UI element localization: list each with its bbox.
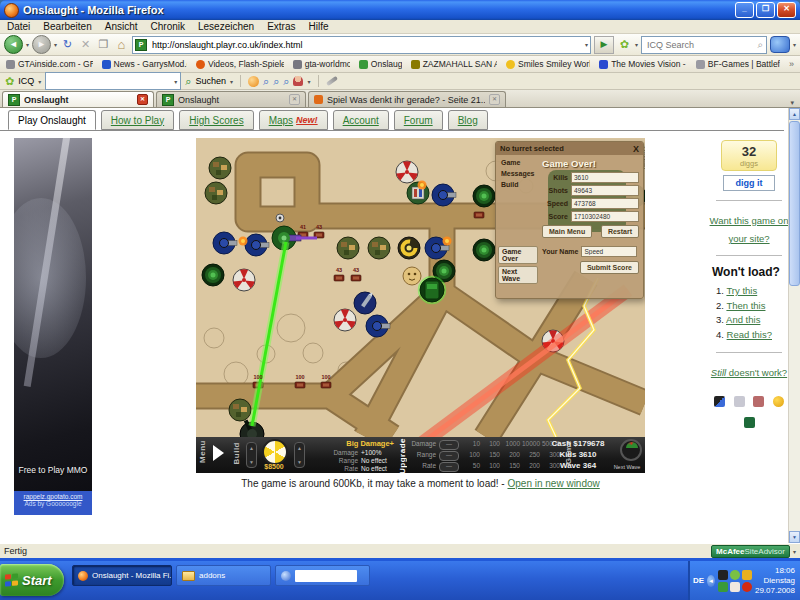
bookmark-item[interactable]: News - GarrysMod.com — [102, 59, 187, 69]
zoom-reset-icon[interactable]: ⌕ — [273, 75, 279, 88]
siteadvisor-caret-icon[interactable]: ▾ — [793, 548, 796, 555]
taskbar-task-firefox[interactable]: Onslaught - Mozilla Fi... — [72, 565, 172, 586]
menu-bearbeiten[interactable]: Bearbeiten — [43, 21, 91, 32]
menu-lesezeichen[interactable]: Lesezeichen — [198, 21, 254, 32]
game-over-side-button[interactable]: Game Over — [498, 246, 538, 264]
bookmark-item[interactable]: Videos, Flash-Spiele u... — [196, 59, 284, 69]
bookmark-item[interactable]: The Movies Vision - Di... — [599, 59, 687, 69]
menu-hilfe[interactable]: Hilfe — [309, 21, 329, 32]
close-button[interactable]: ✕ — [777, 2, 796, 18]
hide-icons-chevron[interactable]: ◄ — [707, 575, 715, 587]
profile-caret-icon[interactable]: ▾ — [307, 78, 310, 85]
hud-menu-label[interactable]: Menu — [198, 440, 207, 463]
minimize-button[interactable]: _ — [735, 2, 754, 18]
restart-button[interactable]: Restart — [601, 225, 639, 238]
reddit-icon[interactable] — [753, 396, 764, 407]
icq-toolbar-search-input[interactable] — [49, 75, 174, 87]
rate-upgrade-button[interactable]: — — [439, 462, 459, 472]
tray-icon-2[interactable] — [742, 570, 752, 580]
damage-upgrade-button[interactable]: — — [439, 440, 459, 450]
main-menu-button[interactable]: Main Menu — [542, 225, 592, 238]
delicious-icon[interactable] — [714, 396, 725, 407]
icq-search-input[interactable] — [645, 39, 757, 51]
stumbleupon-icon[interactable] — [734, 396, 745, 407]
url-input[interactable] — [150, 38, 582, 52]
avast-tray-icon[interactable] — [742, 582, 752, 592]
want-game-link[interactable]: Want this game on your site? — [710, 215, 789, 244]
page-scrollbar[interactable]: ▲ ▼ — [788, 108, 800, 543]
digg-it-button[interactable]: digg it — [723, 175, 775, 191]
scroll-down-icon[interactable]: ▼ — [789, 531, 800, 543]
start-button[interactable]: Start — [0, 564, 64, 596]
go-button[interactable]: ▶ — [594, 36, 614, 54]
site-tab-play[interactable]: Play Onslaught — [8, 110, 96, 130]
taskbar-clock[interactable]: 18:06 Dienstag 29.07.2008 — [755, 566, 797, 596]
scroll-up-icon[interactable]: ▲ — [789, 108, 800, 120]
tab-close-icon[interactable]: ✕ — [489, 94, 500, 105]
addon-dropdown-icon[interactable]: ▾ — [793, 41, 796, 48]
next-wave-side-button[interactable]: Next Wave — [498, 266, 538, 284]
tray-icon-1[interactable] — [718, 570, 728, 580]
maximize-button[interactable]: ❒ — [756, 2, 775, 18]
icq-menu-caret-icon[interactable]: ▾ — [38, 78, 41, 85]
coin-icon[interactable] — [773, 396, 784, 407]
menu-datei[interactable]: Datei — [7, 21, 30, 32]
menu-chronik[interactable]: Chronik — [151, 21, 185, 32]
read-this-link[interactable]: Read this? — [727, 329, 772, 340]
ad-link[interactable]: rappelz.gpotato.com — [14, 493, 92, 500]
icq-ball-icon[interactable] — [248, 76, 259, 87]
bookmarks-overflow-chevron[interactable]: » — [789, 59, 794, 69]
language-indicator[interactable]: DE — [693, 576, 704, 585]
bookmark-item[interactable]: Smiles Smiley World-... — [506, 59, 590, 69]
site-tab-blog[interactable]: Blog — [448, 110, 488, 130]
site-tab-maps[interactable]: MapsNew! — [259, 110, 328, 130]
try-this-link[interactable]: Try this — [726, 285, 757, 296]
range-upgrade-button[interactable]: — — [439, 451, 459, 461]
digg-widget[interactable]: 32 diggs — [721, 140, 777, 171]
browser-addon-icon[interactable] — [770, 36, 790, 53]
and-this-link[interactable]: And this — [726, 314, 760, 325]
edit-pen-icon[interactable] — [325, 76, 337, 86]
icq-tray-icon[interactable] — [730, 570, 740, 580]
icq-flower-icon[interactable]: ✿ — [5, 75, 14, 88]
treehugger-icon[interactable] — [744, 417, 755, 428]
mcafee-siteadvisor-badge[interactable]: McAfeeSiteAdvisor — [711, 545, 790, 558]
panel-close-icon[interactable]: X — [633, 144, 639, 154]
taskbar-task-censored[interactable] — [275, 565, 370, 586]
your-name-input[interactable] — [581, 246, 637, 257]
new-tab-icon[interactable]: ❐ — [96, 38, 111, 51]
site-tab-account[interactable]: Account — [333, 110, 389, 130]
tab-close-icon[interactable]: ✕ — [137, 94, 148, 105]
browser-tab-onslaught[interactable]: P Onslaught ✕ — [156, 91, 306, 107]
selected-turret-icon[interactable] — [262, 439, 288, 465]
bookmark-item[interactable]: gta-worldmods — [293, 59, 350, 69]
open-new-window-link[interactable]: Open in new window — [507, 478, 599, 489]
panel-menu-game[interactable]: Game — [496, 157, 540, 168]
panel-menu-messages[interactable]: Messages — [496, 168, 540, 179]
url-dropdown-icon[interactable]: ▾ — [585, 41, 588, 48]
upgrade-select-stepper[interactable]: ▲▼ — [294, 442, 305, 468]
browser-tab-onslaught-active[interactable]: P Onslaught ✕ — [2, 91, 154, 107]
site-tab-forum[interactable]: Forum — [394, 110, 443, 130]
menu-ansicht[interactable]: Ansicht — [105, 21, 138, 32]
menu-extras[interactable]: Extras — [267, 21, 295, 32]
bookmark-item[interactable]: GTAinside.com - GRA... — [6, 59, 93, 69]
profile-icon[interactable] — [293, 76, 303, 86]
bookmark-item[interactable]: BF-Games | Battlefiel... — [696, 59, 780, 69]
tray-icon-4[interactable] — [730, 582, 740, 592]
forward-button[interactable]: ► — [32, 35, 51, 54]
hud-build-label[interactable]: Build — [232, 442, 241, 465]
stop-icon[interactable]: ✕ — [78, 38, 93, 51]
site-tab-howto[interactable]: How to Play — [101, 110, 174, 130]
suchen-button[interactable]: Suchen — [195, 76, 226, 86]
icq-dropdown-icon[interactable]: ▾ — [635, 41, 638, 48]
then-this-link[interactable]: Then this — [726, 300, 765, 311]
zoom-in-icon[interactable]: ⌕ — [263, 75, 269, 88]
site-tab-highscores[interactable]: High Scores — [179, 110, 253, 130]
bookmark-item[interactable]: ZAZMAHALL SAN AN... — [411, 59, 497, 69]
browser-tab-forum[interactable]: Spiel Was denkt ihr gerade? - Seite 21..… — [308, 91, 506, 107]
back-button[interactable]: ◄ — [4, 35, 23, 54]
suchen-caret-icon[interactable]: ▾ — [230, 78, 233, 85]
home-icon[interactable]: ⌂ — [114, 37, 129, 52]
icq-flower-icon[interactable]: ✿ — [617, 38, 632, 51]
